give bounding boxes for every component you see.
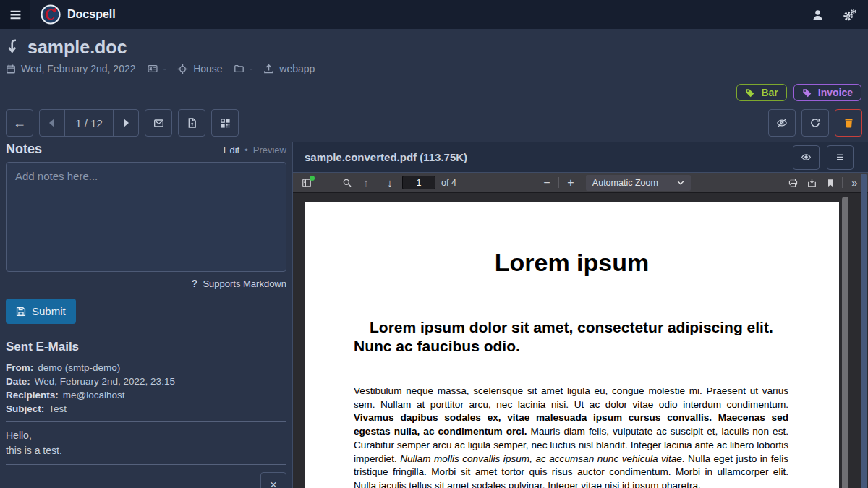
mail-body: Hello, this is a test. [6, 428, 286, 458]
pdf-page-count: of 4 [441, 178, 456, 188]
notification-dot [310, 176, 315, 181]
item-toolbar: ← 1 / 12 [0, 101, 868, 137]
item-source: webapp [263, 63, 315, 74]
attachment-view-button[interactable] [793, 145, 820, 170]
item-folder: - [234, 63, 253, 74]
pdf-sidebar-toggle-button[interactable] [297, 174, 316, 192]
attachment-pager: 1 / 12 [39, 109, 139, 137]
eye-icon [800, 152, 812, 163]
send-mail-button[interactable] [145, 109, 172, 137]
pdf-document-paragraph: Vestibulum neque massa, scelerisque sit … [354, 385, 788, 488]
notes-edit-link[interactable]: Edit [224, 145, 239, 155]
search-icon [342, 178, 352, 188]
item-arrow-down-icon [6, 38, 20, 56]
sent-email-fields: From:demo (smtp-demo) Date:Wed, February… [6, 361, 286, 416]
list-bars-icon [835, 153, 846, 162]
trash-icon [843, 117, 854, 129]
save-icon [16, 307, 26, 317]
refresh-icon [809, 117, 821, 129]
settings-gears-icon[interactable] [843, 8, 856, 22]
notes-heading: Notes [6, 142, 42, 157]
left-panel: Notes Edit • Preview ? Supports Markdown… [0, 142, 292, 488]
tag-invoice[interactable]: Invoice [793, 84, 861, 101]
item-meta-row: Wed, February 2nd, 2022 - House - webapp [6, 63, 862, 74]
bookmark-icon [826, 178, 835, 188]
attachment-menu-button[interactable] [827, 145, 854, 170]
notes-input[interactable] [6, 162, 286, 272]
down-arrow-icon: ↓ [387, 176, 393, 189]
chevron-down-icon [677, 180, 684, 186]
mail-from: From:demo (smtp-demo) [6, 361, 286, 374]
app-name: Docspell [67, 8, 116, 21]
pdf-search-button[interactable] [338, 174, 357, 192]
qr-code-button[interactable] [211, 109, 239, 137]
pdf-page: Lorem ipsum Lorem ipsum dolor sit amet, … [305, 202, 839, 488]
calendar-icon [6, 64, 16, 74]
eye-slash-icon [775, 117, 788, 129]
qr-code-icon [220, 118, 231, 129]
dot-separator: • [244, 145, 248, 155]
divider [6, 464, 286, 465]
notes-header: Notes Edit • Preview [6, 142, 286, 157]
tag-bar[interactable]: Bar [736, 84, 786, 101]
envelope-icon [153, 118, 165, 129]
address-card-icon [147, 64, 158, 74]
top-navbar: C Docspell [0, 0, 868, 29]
question-icon: ? [192, 278, 198, 289]
crosshairs-icon [177, 64, 188, 74]
divider [6, 421, 286, 422]
hide-item-button[interactable] [768, 109, 796, 137]
delete-item-button[interactable] [835, 109, 862, 137]
pdf-document-title: Lorem ipsum [305, 249, 839, 277]
item-correspondent: - [147, 63, 167, 74]
pdf-page-input[interactable] [402, 176, 435, 189]
tags-row: Bar Invoice [0, 74, 868, 101]
pdf-zoom-select[interactable]: Automatic Zoom [586, 175, 691, 191]
item-title-row: sample.doc [6, 36, 862, 58]
double-chevron-icon: » [851, 176, 856, 189]
svg-text:C: C [45, 7, 55, 22]
back-arrow-icon: ← [13, 116, 26, 131]
next-attachment-button[interactable] [114, 110, 138, 136]
folder-icon [234, 64, 244, 74]
close-mail-button[interactable]: × [260, 472, 286, 488]
app-brand[interactable]: C Docspell [41, 4, 116, 25]
attachment-header: sample.converted.pdf (113.75K) [293, 142, 868, 173]
pdf-print-button[interactable] [783, 174, 802, 192]
tag-icon [745, 87, 755, 98]
prev-attachment-button[interactable] [40, 110, 64, 136]
menu-hamburger-icon[interactable] [0, 0, 30, 29]
panel-scrollbar[interactable] [861, 174, 867, 488]
pdf-viewer[interactable]: Lorem ipsum Lorem ipsum dolor sit amet, … [293, 193, 868, 488]
plus-icon: + [567, 176, 574, 189]
pdf-download-button[interactable] [802, 174, 821, 192]
notes-submit-button[interactable]: Submit [6, 299, 76, 324]
item-concerning: House [177, 63, 222, 74]
pdf-toolbar: ↑ ↓ of 4 − + Automatic Zoom [293, 173, 868, 193]
mail-date: Date:Wed, February 2nd, 2022, 23:15 [6, 374, 286, 388]
item-header: sample.doc Wed, February 2nd, 2022 - Hou… [0, 29, 868, 74]
close-icon: × [270, 478, 277, 488]
back-button[interactable]: ← [6, 109, 33, 137]
chevron-left-icon [48, 119, 56, 127]
user-account-icon[interactable] [812, 9, 824, 21]
pdf-zoom-out-button[interactable]: − [537, 174, 556, 192]
mail-recipients: Recipients:me@localhost [6, 388, 286, 402]
pdf-prev-page-button[interactable]: ↑ [357, 174, 375, 192]
docspell-logo-icon: C [41, 4, 61, 25]
main-area: Notes Edit • Preview ? Supports Markdown… [0, 142, 868, 488]
pdf-next-page-button[interactable]: ↓ [380, 174, 399, 192]
file-upload-icon [187, 117, 197, 129]
mail-subject: Subject:Test [6, 402, 286, 416]
add-file-button[interactable] [178, 109, 205, 137]
item-date: Wed, February 2nd, 2022 [6, 63, 136, 74]
pdf-bookmark-button[interactable] [821, 174, 840, 192]
pdf-zoom-in-button[interactable]: + [561, 174, 580, 192]
attachment-panel: sample.converted.pdf (113.75K) ↑ ↓ of 4 [292, 142, 868, 488]
pdf-scrollbar-thumb[interactable] [842, 197, 848, 488]
notes-preview-link[interactable]: Preview [253, 145, 286, 155]
up-arrow-icon: ↑ [363, 176, 369, 189]
item-title: sample.doc [27, 36, 127, 58]
reprocess-button[interactable] [801, 109, 829, 137]
markdown-hint-link[interactable]: ? Supports Markdown [6, 278, 286, 289]
